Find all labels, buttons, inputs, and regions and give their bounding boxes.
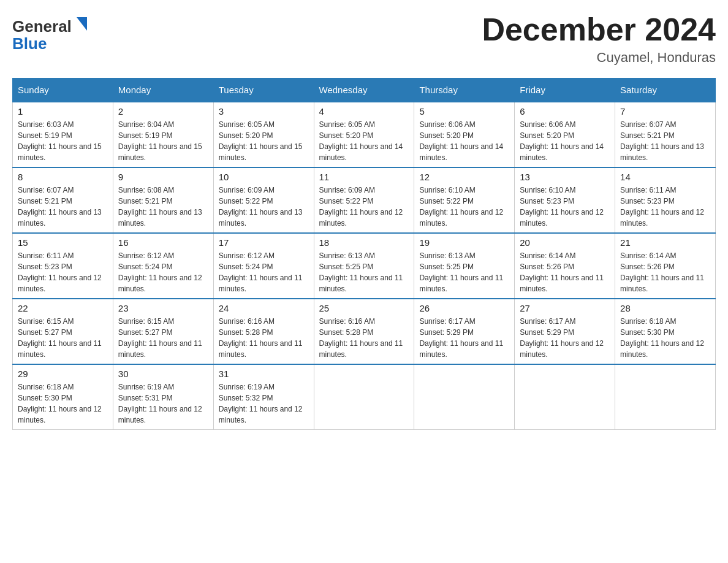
table-row: 15 Sunrise: 6:11 AM Sunset: 5:23 PM Dayl… (13, 233, 113, 299)
day-info: Sunrise: 6:14 AM Sunset: 5:26 PM Dayligh… (520, 250, 610, 294)
day-info: Sunrise: 6:11 AM Sunset: 5:23 PM Dayligh… (18, 250, 108, 294)
day-number: 9 (118, 172, 208, 182)
table-row: 31 Sunrise: 6:19 AM Sunset: 5:32 PM Dayl… (213, 364, 314, 430)
day-number: 29 (18, 369, 108, 379)
header-thursday: Thursday (414, 79, 515, 102)
day-info: Sunrise: 6:14 AM Sunset: 5:26 PM Dayligh… (620, 250, 710, 294)
day-number: 27 (520, 303, 610, 313)
day-info: Sunrise: 6:06 AM Sunset: 5:20 PM Dayligh… (419, 119, 509, 163)
day-number: 17 (219, 237, 309, 248)
day-info: Sunrise: 6:15 AM Sunset: 5:27 PM Dayligh… (118, 316, 208, 360)
day-number: 22 (18, 303, 108, 313)
header-monday: Monday (113, 79, 213, 102)
header-friday: Friday (515, 79, 615, 102)
day-info: Sunrise: 6:11 AM Sunset: 5:23 PM Dayligh… (620, 185, 710, 229)
day-info: Sunrise: 6:03 AM Sunset: 5:19 PM Dayligh… (18, 119, 108, 163)
day-number: 12 (419, 172, 509, 182)
day-info: Sunrise: 6:17 AM Sunset: 5:29 PM Dayligh… (520, 316, 610, 360)
table-row: 19 Sunrise: 6:13 AM Sunset: 5:25 PM Dayl… (414, 233, 515, 299)
calendar-week-row: 15 Sunrise: 6:11 AM Sunset: 5:23 PM Dayl… (13, 233, 716, 299)
table-row: 6 Sunrise: 6:06 AM Sunset: 5:20 PM Dayli… (515, 102, 615, 167)
logo: General Blue (12, 12, 92, 58)
day-info: Sunrise: 6:07 AM Sunset: 5:21 PM Dayligh… (18, 185, 108, 229)
day-info: Sunrise: 6:12 AM Sunset: 5:24 PM Dayligh… (118, 250, 208, 294)
day-info: Sunrise: 6:09 AM Sunset: 5:22 PM Dayligh… (219, 185, 309, 229)
day-number: 4 (319, 106, 409, 117)
table-row: 9 Sunrise: 6:08 AM Sunset: 5:21 PM Dayli… (113, 167, 213, 233)
day-number: 24 (219, 303, 309, 313)
table-row: 24 Sunrise: 6:16 AM Sunset: 5:28 PM Dayl… (213, 299, 314, 364)
day-info: Sunrise: 6:19 AM Sunset: 5:31 PM Dayligh… (118, 381, 208, 426)
table-row (515, 364, 615, 430)
day-info: Sunrise: 6:15 AM Sunset: 5:27 PM Dayligh… (18, 316, 108, 360)
calendar-week-row: 22 Sunrise: 6:15 AM Sunset: 5:27 PM Dayl… (13, 299, 716, 364)
calendar-week-row: 29 Sunrise: 6:18 AM Sunset: 5:30 PM Dayl… (13, 364, 716, 430)
table-row (615, 364, 716, 430)
day-info: Sunrise: 6:13 AM Sunset: 5:25 PM Dayligh… (419, 250, 509, 294)
day-info: Sunrise: 6:08 AM Sunset: 5:21 PM Dayligh… (118, 185, 208, 229)
day-number: 8 (18, 172, 108, 182)
day-info: Sunrise: 6:05 AM Sunset: 5:20 PM Dayligh… (219, 119, 309, 163)
day-info: Sunrise: 6:16 AM Sunset: 5:28 PM Dayligh… (319, 316, 409, 360)
day-info: Sunrise: 6:07 AM Sunset: 5:21 PM Dayligh… (620, 119, 710, 163)
table-row: 23 Sunrise: 6:15 AM Sunset: 5:27 PM Dayl… (113, 299, 213, 364)
table-row: 22 Sunrise: 6:15 AM Sunset: 5:27 PM Dayl… (13, 299, 113, 364)
day-number: 3 (219, 106, 309, 117)
table-row (414, 364, 515, 430)
day-number: 16 (118, 237, 208, 248)
calendar-week-row: 8 Sunrise: 6:07 AM Sunset: 5:21 PM Dayli… (13, 167, 716, 233)
day-info: Sunrise: 6:13 AM Sunset: 5:25 PM Dayligh… (319, 250, 409, 294)
day-number: 15 (18, 237, 108, 248)
day-info: Sunrise: 6:05 AM Sunset: 5:20 PM Dayligh… (319, 119, 409, 163)
subtitle: Cuyamel, Honduras (482, 50, 716, 66)
table-row: 29 Sunrise: 6:18 AM Sunset: 5:30 PM Dayl… (13, 364, 113, 430)
day-number: 28 (620, 303, 710, 313)
svg-text:Blue: Blue (12, 34, 47, 53)
calendar-header-row: Sunday Monday Tuesday Wednesday Thursday… (13, 79, 716, 102)
table-row: 18 Sunrise: 6:13 AM Sunset: 5:25 PM Dayl… (314, 233, 414, 299)
header-sunday: Sunday (13, 79, 113, 102)
table-row: 25 Sunrise: 6:16 AM Sunset: 5:28 PM Dayl… (314, 299, 414, 364)
day-number: 26 (419, 303, 509, 313)
table-row: 21 Sunrise: 6:14 AM Sunset: 5:26 PM Dayl… (615, 233, 716, 299)
day-info: Sunrise: 6:18 AM Sunset: 5:30 PM Dayligh… (18, 381, 108, 426)
table-row: 10 Sunrise: 6:09 AM Sunset: 5:22 PM Dayl… (213, 167, 314, 233)
day-number: 14 (620, 172, 710, 182)
day-number: 10 (219, 172, 309, 182)
logo-image: General Blue (12, 12, 92, 55)
table-row: 17 Sunrise: 6:12 AM Sunset: 5:24 PM Dayl… (213, 233, 314, 299)
day-number: 31 (219, 369, 309, 379)
day-number: 13 (520, 172, 610, 182)
table-row: 27 Sunrise: 6:17 AM Sunset: 5:29 PM Dayl… (515, 299, 615, 364)
header-saturday: Saturday (615, 79, 716, 102)
header-wednesday: Wednesday (314, 79, 414, 102)
day-info: Sunrise: 6:17 AM Sunset: 5:29 PM Dayligh… (419, 316, 509, 360)
day-number: 23 (118, 303, 208, 313)
day-number: 18 (319, 237, 409, 248)
table-row: 7 Sunrise: 6:07 AM Sunset: 5:21 PM Dayli… (615, 102, 716, 167)
table-row: 3 Sunrise: 6:05 AM Sunset: 5:20 PM Dayli… (213, 102, 314, 167)
table-row: 4 Sunrise: 6:05 AM Sunset: 5:20 PM Dayli… (314, 102, 414, 167)
table-row: 11 Sunrise: 6:09 AM Sunset: 5:22 PM Dayl… (314, 167, 414, 233)
title-area: December 2024 Cuyamel, Honduras (482, 12, 716, 66)
day-number: 6 (520, 106, 610, 117)
day-info: Sunrise: 6:04 AM Sunset: 5:19 PM Dayligh… (118, 119, 208, 163)
table-row: 26 Sunrise: 6:17 AM Sunset: 5:29 PM Dayl… (414, 299, 515, 364)
day-info: Sunrise: 6:19 AM Sunset: 5:32 PM Dayligh… (219, 381, 309, 426)
table-row: 5 Sunrise: 6:06 AM Sunset: 5:20 PM Dayli… (414, 102, 515, 167)
svg-text:General: General (12, 17, 72, 36)
main-title: December 2024 (482, 12, 716, 47)
day-info: Sunrise: 6:06 AM Sunset: 5:20 PM Dayligh… (520, 119, 610, 163)
header-tuesday: Tuesday (213, 79, 314, 102)
table-row: 12 Sunrise: 6:10 AM Sunset: 5:22 PM Dayl… (414, 167, 515, 233)
day-number: 30 (118, 369, 208, 379)
table-row (314, 364, 414, 430)
day-info: Sunrise: 6:09 AM Sunset: 5:22 PM Dayligh… (319, 185, 409, 229)
table-row: 16 Sunrise: 6:12 AM Sunset: 5:24 PM Dayl… (113, 233, 213, 299)
calendar-table: Sunday Monday Tuesday Wednesday Thursday… (12, 78, 716, 430)
day-info: Sunrise: 6:10 AM Sunset: 5:23 PM Dayligh… (520, 185, 610, 229)
calendar-week-row: 1 Sunrise: 6:03 AM Sunset: 5:19 PM Dayli… (13, 102, 716, 167)
day-number: 7 (620, 106, 710, 117)
day-number: 25 (319, 303, 409, 313)
day-number: 21 (620, 237, 710, 248)
